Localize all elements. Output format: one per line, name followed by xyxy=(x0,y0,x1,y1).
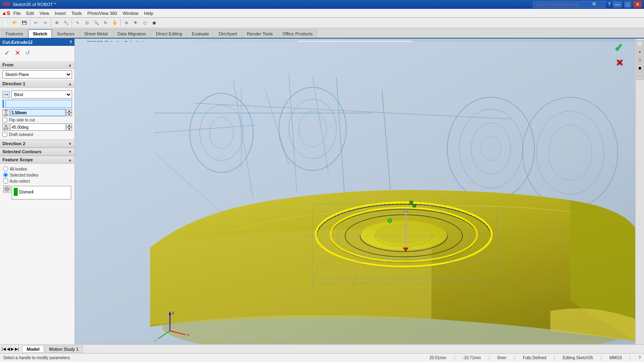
depth-spin-up[interactable]: ▲ xyxy=(66,109,72,113)
tb-new[interactable]: 📄 xyxy=(1,19,10,27)
selected-contours-header[interactable]: Selected Contours ▼ xyxy=(0,148,74,156)
direction-reverse-btn[interactable] xyxy=(2,91,10,98)
feature-panel-title: Cut-Extrude12 ? xyxy=(0,39,74,46)
angle-spin-down[interactable]: ▼ xyxy=(66,127,72,131)
draft-outward-checkbox[interactable] xyxy=(2,132,7,137)
viewport-ok-button[interactable]: ✓ xyxy=(614,42,623,54)
nav-prev[interactable]: ◀ xyxy=(7,347,10,351)
feature-scope-label: Feature Scope xyxy=(2,157,33,162)
search-input[interactable] xyxy=(536,2,592,7)
maximize-button[interactable]: □ xyxy=(624,1,631,8)
statusbar: Select a handle to modify parameters 20.… xyxy=(0,353,644,362)
status-help[interactable]: ? xyxy=(638,356,641,360)
tab-model[interactable]: Model xyxy=(22,346,44,353)
depth-input[interactable] xyxy=(10,109,66,116)
from-collapse-icon[interactable]: ▲ xyxy=(68,63,72,67)
menu-insert[interactable]: Insert xyxy=(52,10,68,16)
direction2-section-header[interactable]: Direction 2 ▼ xyxy=(0,140,74,148)
tab-surfaces[interactable]: Surfaces xyxy=(53,29,79,38)
tb-shaded[interactable]: ◼ xyxy=(150,19,159,27)
tb-zoom-in[interactable]: 🔍 xyxy=(92,19,101,27)
tab-features[interactable]: Features xyxy=(1,29,27,38)
rp-btn-4[interactable]: ◼ xyxy=(636,64,644,72)
selected-bodies-radio[interactable] xyxy=(3,173,8,177)
all-bodies-radio[interactable] xyxy=(3,167,8,171)
tb-open[interactable]: 📂 xyxy=(10,19,19,27)
depth-spinner: ▲ ▼ xyxy=(66,109,72,116)
tab-office-products[interactable]: Office Products xyxy=(278,29,317,38)
svg-text:Z: Z xyxy=(172,311,174,315)
help-icon[interactable]: ? xyxy=(608,2,611,7)
close-button[interactable]: ✕ xyxy=(634,1,642,8)
rp-btn-2[interactable]: ≡ xyxy=(636,48,644,56)
tab-dimxpert[interactable]: DimXpert xyxy=(214,29,242,38)
direction1-section-header[interactable]: Direction 1 ▲ xyxy=(0,80,74,88)
tb-hide[interactable]: 👁 xyxy=(131,19,140,27)
selected-contours-collapse-icon[interactable]: ▼ xyxy=(68,150,72,154)
direction1-type-select[interactable]: Blind Through All Through All-Both Up To… xyxy=(11,90,72,99)
viewport-cancel-button[interactable]: ✕ xyxy=(616,58,623,68)
auto-select-row: Auto-select xyxy=(3,179,71,183)
rp-btn-5[interactable]: ⋯ xyxy=(636,72,644,80)
status-message: Select a handle to modify parameters xyxy=(3,356,421,360)
tb-pan[interactable]: ✋ xyxy=(110,19,119,27)
reset-button[interactable]: ↺ xyxy=(23,48,32,57)
left-panel: Cut-Extrude12 ? ✓ ✕ ↺ From ▲ Sketch Plan… xyxy=(0,39,75,344)
svg-text:Y: Y xyxy=(154,339,157,343)
menu-file[interactable]: File xyxy=(11,10,23,16)
nav-next[interactable]: ▶ xyxy=(11,347,14,351)
menu-help[interactable]: Help xyxy=(142,10,156,16)
tab-bar: Features Sketch Surfaces Sheet Metal Dat… xyxy=(0,28,644,39)
angle-spin-up[interactable]: ▲ xyxy=(66,123,72,127)
tb-rotate[interactable]: ↻ xyxy=(101,19,110,27)
tb-select[interactable]: ↖ xyxy=(73,19,82,27)
tb-undo[interactable]: ↩ xyxy=(31,19,40,27)
tb-zoom-fit[interactable]: ⊡ xyxy=(83,19,91,27)
tab-sketch[interactable]: Sketch xyxy=(28,29,52,38)
draft-angle-input[interactable] xyxy=(10,123,66,131)
menu-photoview[interactable]: PhotoView 360 xyxy=(85,10,120,16)
flip-side-checkbox[interactable] xyxy=(2,117,7,122)
menu-edit[interactable]: Edit xyxy=(24,10,36,16)
tab-direct-editing[interactable]: Direct Editing xyxy=(151,29,186,38)
status-sep4 xyxy=(554,355,555,361)
viewport[interactable]: ▶ ▲ ROBOT (Default<<Default...) ⊡ 🔍 🔎 ⊞ … xyxy=(75,39,635,344)
rp-btn-3[interactable]: ◻ xyxy=(636,56,644,64)
rp-btn-1[interactable]: ⬜ xyxy=(636,40,644,47)
depth-spin-down[interactable]: ▼ xyxy=(66,113,72,116)
main-area: Cut-Extrude12 ? ✓ ✕ ↺ From ▲ Sketch Plan… xyxy=(0,39,644,344)
from-type-select[interactable]: Sketch Plane Surface/Face/Plane Vertex O… xyxy=(2,70,72,78)
nav-last[interactable]: ▶| xyxy=(15,347,19,351)
tab-data-migration[interactable]: Data Migration xyxy=(113,29,151,38)
tab-evaluate[interactable]: Evaluate xyxy=(188,29,214,38)
auto-select-checkbox[interactable] xyxy=(3,179,8,183)
minimize-button[interactable]: — xyxy=(613,1,622,8)
tb-section[interactable]: ⊘ xyxy=(122,19,131,27)
cancel-button[interactable]: ✕ xyxy=(13,48,22,57)
status-sep5 xyxy=(601,355,601,361)
draft-icon xyxy=(2,123,10,131)
tb-redo[interactable]: ↪ xyxy=(41,19,50,27)
ok-button[interactable]: ✓ xyxy=(2,48,11,57)
feature-scope-header[interactable]: Feature Scope ▲ xyxy=(0,156,74,164)
nav-first[interactable]: |◀ xyxy=(2,347,6,351)
menu-window[interactable]: Window xyxy=(120,10,141,16)
from-section-content: Sketch Plane Surface/Face/Plane Vertex O… xyxy=(0,69,74,80)
tb-wireframe[interactable]: ◻ xyxy=(140,19,149,27)
direction1-collapse-icon[interactable]: ▲ xyxy=(68,82,72,86)
sw-logo-icon: SW xyxy=(2,2,10,7)
body-list-item[interactable]: Dome4 xyxy=(13,187,70,197)
svg-rect-48 xyxy=(413,204,416,208)
tab-sheet-metal[interactable]: Sheet Metal xyxy=(80,29,112,38)
menu-view[interactable]: View xyxy=(37,10,52,16)
tab-motion-study[interactable]: Motion Study 1 xyxy=(45,346,83,353)
tab-render-tools[interactable]: Render Tools xyxy=(242,29,277,38)
menu-tools[interactable]: Tools xyxy=(69,10,84,16)
tb-rebuild[interactable]: ⚙ xyxy=(52,19,61,27)
feature-help-icon[interactable]: ? xyxy=(69,40,72,45)
tb-save[interactable]: 💾 xyxy=(20,19,29,27)
tb-options[interactable]: 🔧 xyxy=(62,19,70,27)
from-section-header[interactable]: From ▲ xyxy=(0,61,74,69)
feature-scope-collapse-icon[interactable]: ▲ xyxy=(68,158,72,162)
direction2-collapse-icon[interactable]: ▼ xyxy=(68,142,72,146)
